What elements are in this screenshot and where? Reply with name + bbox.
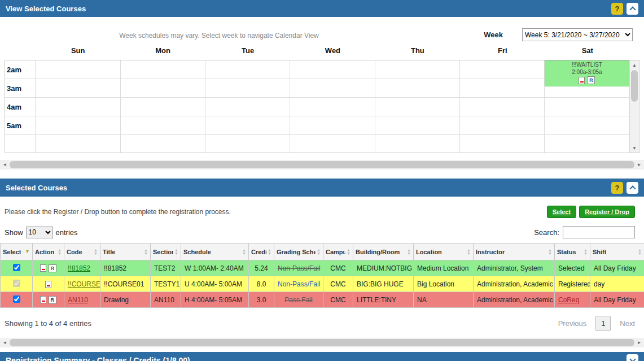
cell-credits: 3.0 — [249, 292, 274, 308]
calendar-horizontal-scrollbar[interactable]: ◄ ► — [0, 160, 644, 169]
row-select-checkbox[interactable] — [13, 295, 20, 303]
cell-building-room: BIG:BIG HUGE — [353, 276, 414, 292]
column-header-title[interactable]: Title▲▼ — [100, 243, 151, 260]
calendar-cell — [205, 79, 290, 98]
time-label — [5, 135, 36, 153]
column-label: Status — [557, 249, 576, 255]
show-entries-select[interactable]: 10 — [26, 227, 53, 238]
column-label: Location — [416, 249, 442, 255]
search-control: Search: — [534, 226, 635, 238]
drop-icon[interactable] — [579, 77, 585, 84]
scroll-left-arrow-icon[interactable]: ◄ — [0, 338, 10, 347]
register-icon[interactable]: R — [49, 296, 56, 304]
search-input[interactable] — [563, 226, 635, 238]
cell-code: AN110 — [64, 292, 100, 308]
grading-scheme[interactable]: Non-Pass/Fail — [278, 280, 320, 288]
collapse-panel-button[interactable] — [627, 182, 638, 194]
course-code-link[interactable]: AN110 — [68, 296, 88, 304]
sort-down-icon: ▼ — [638, 252, 642, 255]
sort-icon: ▲▼ — [268, 249, 271, 255]
scroll-down-arrow-icon[interactable]: ▼ — [630, 143, 639, 153]
column-header-campus[interactable]: Campus▲▼ — [323, 243, 353, 260]
column-label: Building/Room — [356, 249, 400, 255]
pagination-next[interactable]: Next — [620, 319, 635, 328]
column-header-inner: Grading Scheme▲▼ — [277, 249, 321, 255]
help-button[interactable]: ? — [611, 3, 623, 15]
chevron-up-icon — [629, 6, 636, 12]
bar-actions — [627, 354, 638, 361]
week-select[interactable]: Week 5: 3/21/2020 ~ 3/27/2020 — [522, 28, 633, 41]
sort-down-icon: ▼ — [347, 252, 351, 255]
calendar-cell — [36, 116, 121, 135]
search-label: Search: — [534, 228, 559, 237]
register-drop-button[interactable]: Register / Drop — [579, 206, 635, 218]
event-actions: R — [545, 76, 629, 84]
column-header-location[interactable]: Location▲▼ — [414, 243, 474, 260]
sort-icon: ▲▼ — [94, 249, 98, 255]
sort-icon: ▲▼ — [347, 249, 351, 255]
column-header-action[interactable]: Action▲▼ — [33, 243, 64, 260]
help-button[interactable]: ? — [611, 182, 623, 194]
cell-section: TEST2 — [151, 260, 181, 276]
day-header-fri: Fri — [460, 46, 545, 59]
calendar-cell — [290, 98, 375, 116]
collapse-panel-button[interactable] — [627, 3, 638, 15]
registration-page: View Selected Courses ? Week schedules m… — [0, 0, 644, 361]
expand-panel-button[interactable] — [627, 354, 638, 361]
pagination-previous[interactable]: Previous — [558, 319, 587, 328]
column-header-select[interactable]: Select▼ — [1, 243, 33, 260]
cell-campus: CMC — [323, 276, 353, 292]
calendar-cell — [205, 60, 290, 79]
column-header-status[interactable]: Status▲▼ — [555, 243, 590, 260]
scroll-left-arrow-icon[interactable]: ◄ — [0, 160, 10, 169]
table-horizontal-scrollbar[interactable]: ◄ ► — [0, 338, 644, 347]
scroll-up-arrow-icon[interactable]: ▲ — [630, 60, 639, 69]
column-header-instructor[interactable]: Instructor▲▼ — [474, 243, 555, 260]
drop-icon[interactable] — [45, 281, 51, 288]
row-select-checkbox[interactable] — [13, 280, 20, 287]
cell-building-room: LITTLE:TINY — [353, 292, 414, 308]
column-header-schedule[interactable]: Schedule▲▼ — [181, 243, 249, 260]
cell-schedule: H 4:00AM- 5:05AM — [181, 292, 249, 308]
column-header-inner: Shift▲▼ — [593, 249, 642, 255]
scroll-right-arrow-icon[interactable]: ► — [634, 338, 644, 347]
scroll-right-arrow-icon[interactable]: ► — [634, 160, 644, 169]
calendar-cell — [121, 98, 205, 116]
register-icon[interactable]: R — [587, 76, 595, 84]
sort-down-icon: ▼ — [174, 252, 178, 255]
sort-icon: ▲▼ — [242, 249, 246, 255]
column-header-code[interactable]: Code▲▼ — [64, 243, 100, 260]
instruction-text: Please click the Register / Drop button … — [5, 208, 231, 216]
cell-shift: All Day Friday — [590, 260, 644, 276]
row-select-checkbox[interactable] — [13, 264, 20, 271]
column-header-grading-scheme[interactable]: Grading Scheme▲▼ — [274, 243, 323, 260]
sort-icon: ▲▼ — [584, 249, 588, 255]
chevron-down-icon — [629, 356, 636, 361]
register-icon[interactable]: R — [49, 264, 56, 272]
horizontal-scroll-thumb[interactable] — [10, 161, 634, 168]
calendar-event[interactable]: !!!WAITLIST 2:00a-3:05a R — [545, 60, 629, 86]
instruction-row: Please click the Register / Drop button … — [0, 197, 644, 220]
cell-status: CoReq — [555, 292, 590, 308]
drop-icon[interactable] — [40, 264, 46, 272]
vertical-scroll-thumb[interactable] — [631, 70, 638, 102]
column-header-section[interactable]: Section▲▼ — [151, 243, 181, 260]
column-header-credits[interactable]: Credits▲▼ — [249, 243, 274, 260]
drop-icon[interactable] — [40, 296, 46, 303]
course-code-link[interactable]: !!COURSE01 — [68, 280, 100, 288]
time-label: 5am — [5, 116, 36, 135]
status-link[interactable]: CoReq — [558, 296, 579, 304]
calendar-cell — [545, 135, 629, 153]
select-button[interactable]: Select — [547, 206, 576, 218]
column-header-shift[interactable]: Shift▲▼ — [590, 243, 644, 260]
column-header-building-room[interactable]: Building/Room▲▼ — [353, 243, 414, 260]
sort-down-icon: ▼ — [94, 252, 98, 255]
sort-down-icon: ▼ — [268, 252, 271, 255]
column-header-inner: Schedule▲▼ — [183, 249, 246, 255]
calendar-vertical-scrollbar[interactable]: ▲ ▼ — [629, 60, 639, 153]
pagination-page-1[interactable]: 1 — [595, 316, 611, 331]
pagination: Previous 1 Next — [558, 316, 635, 331]
horizontal-scroll-thumb[interactable] — [10, 339, 634, 346]
grading-scheme: Pass Fail — [284, 296, 312, 304]
course-code-link[interactable]: !!81852 — [68, 264, 90, 272]
